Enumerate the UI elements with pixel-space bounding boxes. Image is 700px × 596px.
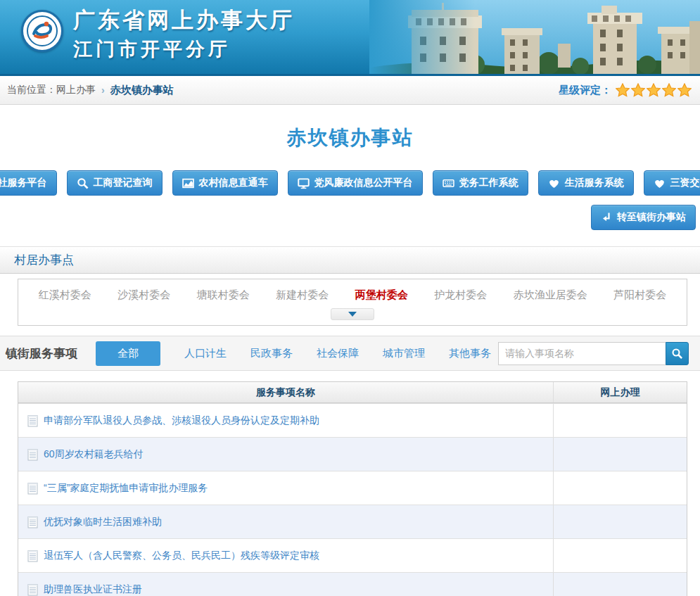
platform-button-label: 工商登记查询 <box>94 177 153 189</box>
document-icon <box>27 448 38 461</box>
platform-button-label: 党风廉政信息公开平台 <box>314 177 413 189</box>
redirect-button-label: 转至镇街办事站 <box>617 211 686 224</box>
online-cell <box>553 539 687 572</box>
tab-social-security[interactable]: 社会保障 <box>317 347 359 360</box>
service-tabs: 全部 人口计生 民政事务 社会保障 城市管理 其他事务 <box>96 341 498 366</box>
village-box: 红溪村委会 沙溪村委会 塘联村委会 新建村委会 两堡村委会 护龙村委会 赤坎渔业… <box>18 279 687 326</box>
breadcrumb-prefix: 当前位置： <box>7 84 56 96</box>
search-input[interactable] <box>498 342 666 365</box>
village-link-shaxi[interactable]: 沙溪村委会 <box>117 289 170 302</box>
online-cell <box>553 404 687 437</box>
site-header: 广东省网上办事大厅 江门市开平分厅 <box>0 0 700 76</box>
star-icon <box>631 83 645 97</box>
village-link-luyang[interactable]: 芦阳村委会 <box>613 289 666 302</box>
logo-swirl-icon <box>27 15 58 46</box>
service-section-title: 镇街服务事项 <box>6 345 77 362</box>
platform-button-label: 党务工作系统 <box>459 177 518 189</box>
chart-icon <box>182 177 194 189</box>
page-title: 赤坎镇办事站 <box>0 125 700 151</box>
platform-button-label: 三资交易平台 <box>670 177 700 189</box>
breadcrumb-bar: 当前位置： 网上办事 › 赤坎镇办事站 星级评定： <box>0 76 700 105</box>
site-subtitle: 江门市开平分厅 <box>73 35 295 63</box>
header-buildings-image <box>369 0 700 76</box>
platform-button-label: 人社服务平台 <box>0 177 47 189</box>
table-header-row: 服务事项名称 网上办理 <box>18 382 687 403</box>
breadcrumb-current: 赤坎镇办事站 <box>110 84 174 97</box>
star-icon <box>616 83 630 97</box>
platform-button-rural-info[interactable]: 农村信息直通车 <box>172 170 278 196</box>
service-item-link[interactable]: 申请部分军队退役人员参战、涉核退役人员身份认定及定期补助 <box>44 414 319 427</box>
platform-button-party-work[interactable]: 党务工作系统 <box>433 170 528 196</box>
village-link-chikan-fishery[interactable]: 赤坎渔业居委会 <box>514 289 587 302</box>
monitor-icon <box>298 177 310 189</box>
star-icon <box>677 83 692 97</box>
expand-villages-button[interactable] <box>331 308 374 320</box>
platform-button-assets-trading[interactable]: 三资交易平台 <box>644 170 700 196</box>
village-link-liangbao[interactable]: 两堡村委会 <box>355 289 408 302</box>
redirect-row: 转至镇街办事站 <box>0 205 696 230</box>
platform-button-label: 农村信息直通车 <box>199 177 268 189</box>
column-header-service-name: 服务事项名称 <box>18 382 553 402</box>
online-cell <box>553 438 687 471</box>
village-section-title: 村居办事点 <box>14 252 74 268</box>
tab-all[interactable]: 全部 <box>96 341 160 366</box>
tab-city-management[interactable]: 城市管理 <box>383 347 425 360</box>
magnifier-icon <box>77 177 89 189</box>
platform-button-business-registry[interactable]: 工商登记查询 <box>67 170 163 196</box>
platform-button-social-services[interactable]: 人社服务平台 <box>0 170 57 196</box>
village-link-hongxi[interactable]: 红溪村委会 <box>39 289 91 302</box>
village-link-hulong[interactable]: 护龙村委会 <box>434 289 487 302</box>
breadcrumb-parent-link[interactable]: 网上办事 <box>56 84 96 96</box>
return-arrow-icon <box>601 212 612 223</box>
village-expand-row <box>25 308 680 320</box>
heart-icon <box>654 177 666 189</box>
goto-town-station-button[interactable]: 转至镇街办事站 <box>591 205 696 230</box>
service-item-link[interactable]: “三属”家庭定期抚恤申请审批办理服务 <box>44 482 208 495</box>
rating-label: 星级评定： <box>559 84 611 97</box>
site-title: 广东省网上办事大厅 <box>73 6 295 35</box>
star-icon <box>662 83 676 97</box>
table-row: 助理兽医执业证书注册 <box>18 572 687 596</box>
keyboard-icon <box>443 177 454 189</box>
document-icon <box>27 414 38 427</box>
village-link-xinjian[interactable]: 新建村委会 <box>276 289 329 302</box>
platform-button-label: 生活服务系统 <box>565 177 624 189</box>
tab-other-affairs[interactable]: 其他事务 <box>449 347 491 360</box>
tab-civil-affairs[interactable]: 民政事务 <box>250 347 293 360</box>
chevron-right-icon: › <box>101 84 105 96</box>
search-box <box>498 342 689 365</box>
platform-button-row: 人社服务平台 工商登记查询 农村信息直通车 党风廉政信息公开平台 党务工作系统 … <box>0 170 700 196</box>
service-item-link[interactable]: 优抚对象临时生活困难补助 <box>44 516 162 528</box>
site-logo[interactable] <box>21 10 63 52</box>
star-rating: 星级评定： <box>559 83 692 97</box>
table-row: 优抚对象临时生活困难补助 <box>18 505 687 538</box>
village-links: 红溪村委会 沙溪村委会 塘联村委会 新建村委会 两堡村委会 护龙村委会 赤坎渔业… <box>25 289 680 302</box>
service-filter-bar: 镇街服务事项 全部 人口计生 民政事务 社会保障 城市管理 其他事务 <box>0 336 700 371</box>
document-icon <box>27 550 38 562</box>
service-item-link[interactable]: 退伍军人（含人民警察、公务员、民兵民工）残疾等级评定审核 <box>44 550 319 562</box>
table-row: 60周岁农村籍老兵给付 <box>18 437 687 471</box>
platform-button-life-services[interactable]: 生活服务系统 <box>538 170 634 196</box>
tab-population[interactable]: 人口计生 <box>184 347 227 360</box>
star-icon <box>647 83 661 97</box>
document-icon <box>27 583 38 596</box>
heart-icon <box>548 177 560 189</box>
document-icon <box>27 516 38 528</box>
search-icon <box>671 348 683 360</box>
village-section-header: 村居办事点 <box>0 246 700 274</box>
chevron-down-icon <box>348 312 357 317</box>
document-icon <box>27 482 38 495</box>
table-row: “三属”家庭定期抚恤申请审批办理服务 <box>18 471 687 505</box>
platform-button-party-disclosure[interactable]: 党风廉政信息公开平台 <box>288 170 423 196</box>
online-cell <box>553 573 687 596</box>
online-cell <box>553 471 687 505</box>
village-link-tanglian[interactable]: 塘联村委会 <box>197 289 250 302</box>
breadcrumb: 当前位置： 网上办事 › 赤坎镇办事站 <box>7 84 174 97</box>
service-table: 服务事项名称 网上办理 申请部分军队退役人员参战、涉核退役人员身份认定及定期补助… <box>18 381 687 596</box>
search-button[interactable] <box>666 342 689 365</box>
service-item-link[interactable]: 助理兽医执业证书注册 <box>44 583 142 596</box>
column-header-online: 网上办理 <box>553 382 687 402</box>
online-cell <box>553 505 687 538</box>
table-row: 退伍军人（含人民警察、公务员、民兵民工）残疾等级评定审核 <box>18 538 687 572</box>
service-item-link[interactable]: 60周岁农村籍老兵给付 <box>44 448 144 461</box>
